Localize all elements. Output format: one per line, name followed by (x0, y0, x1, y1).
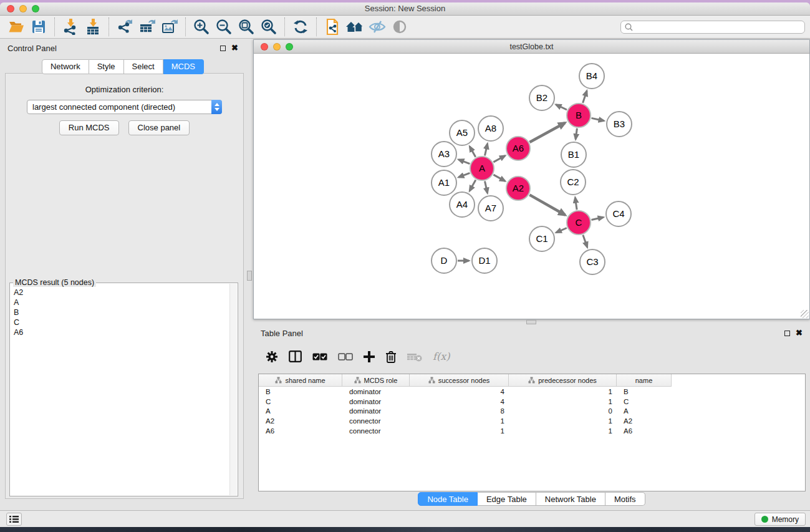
table-cell[interactable]: C (259, 398, 342, 405)
table-cell[interactable]: B (617, 388, 672, 395)
network-canvas[interactable]: B4B2BB3A8A5A6A3B1AC2A1A2A4A7C4CC1DD1C3 (254, 54, 809, 319)
table-row[interactable]: Adominator80A (259, 406, 805, 416)
mcds-result-item[interactable]: A6 (14, 327, 229, 337)
edge-A2-C[interactable] (529, 195, 565, 215)
clone-network-button[interactable] (321, 17, 344, 36)
mcds-result-item[interactable]: C (14, 317, 229, 327)
edge-A-A6[interactable] (493, 156, 505, 162)
export-table-button[interactable] (136, 17, 158, 36)
node-A2[interactable]: A2 (506, 177, 530, 200)
table-cell[interactable]: 1 (509, 427, 617, 435)
table-row[interactable]: Cdominator41C (259, 397, 805, 407)
node-A5[interactable]: A5 (450, 120, 475, 145)
node-A8[interactable]: A8 (478, 116, 503, 141)
show-hide-button[interactable] (366, 17, 388, 36)
edge-C-C4[interactable] (592, 217, 604, 220)
column-header-successor-nodes[interactable]: successor nodes (410, 374, 509, 386)
edge-A-A8[interactable] (485, 143, 488, 155)
import-table-button[interactable] (82, 17, 104, 36)
node-A3[interactable]: A3 (432, 142, 456, 167)
memory-button[interactable]: Memory (755, 513, 806, 526)
task-history-button[interactable] (6, 513, 22, 526)
criterion-dropdown[interactable]: largest connected component (directed) (27, 100, 222, 114)
edge-A-A7[interactable] (485, 181, 488, 193)
home-view-button[interactable] (344, 17, 366, 36)
preview-button[interactable] (388, 17, 411, 36)
tab-edge-table[interactable]: Edge Table (478, 492, 536, 506)
scrollbar-track[interactable] (229, 284, 237, 495)
node-A7[interactable]: A7 (478, 196, 503, 221)
float-panel-icon[interactable] (784, 331, 790, 336)
zoom-in-button[interactable] (190, 17, 213, 36)
table-cell[interactable]: 1 (509, 398, 617, 405)
zoom-selected-button[interactable] (258, 17, 280, 36)
close-panel-icon[interactable]: ✖ (796, 330, 803, 336)
node-B[interactable]: B (567, 104, 591, 127)
table-cell[interactable]: 1 (410, 427, 509, 435)
split-divider-horizontal[interactable] (253, 319, 810, 325)
column-header-shared-name[interactable]: shared name (259, 374, 342, 386)
tab-select[interactable]: Select (124, 59, 163, 74)
table-cell[interactable]: 1 (410, 417, 509, 425)
table-cell[interactable]: C (617, 398, 672, 405)
zoom-fit-button[interactable] (235, 17, 258, 36)
divider-handle[interactable] (247, 271, 252, 281)
node-D1[interactable]: D1 (472, 248, 497, 273)
run-mcds-button[interactable]: Run MCDS (59, 120, 119, 135)
table-cell[interactable]: dominator (342, 398, 410, 405)
zoom-network-button[interactable] (286, 43, 293, 51)
import-network-button[interactable] (59, 17, 82, 36)
table-cell[interactable]: A2 (259, 417, 342, 425)
table-cell[interactable]: A (617, 407, 672, 415)
table-cell[interactable]: A2 (617, 417, 672, 425)
edge-B-B3[interactable] (592, 118, 604, 120)
column-header-MCDS-role[interactable]: MCDS role (342, 374, 410, 386)
table-cell[interactable]: 4 (410, 388, 509, 395)
table-cell[interactable]: 8 (410, 407, 509, 415)
table-settings-button[interactable] (266, 351, 278, 363)
tab-motifs[interactable]: Motifs (605, 492, 645, 506)
node-C1[interactable]: C1 (529, 226, 554, 251)
search-input[interactable] (635, 22, 801, 31)
edge-C-C2[interactable] (575, 198, 577, 210)
table-row[interactable]: A2connector11A2 (259, 416, 805, 426)
zoom-window-button[interactable] (32, 5, 39, 12)
table-cell[interactable]: 4 (410, 398, 509, 405)
export-network-button[interactable] (113, 17, 136, 36)
divider-handle[interactable] (526, 320, 536, 324)
edge-C-C1[interactable] (556, 228, 567, 233)
tab-node-table[interactable]: Node Table (418, 492, 478, 506)
edge-B-B1[interactable] (576, 128, 577, 139)
node-A4[interactable]: A4 (450, 192, 475, 217)
tab-network[interactable]: Network (42, 59, 89, 74)
node-A6[interactable]: A6 (506, 137, 530, 160)
open-session-button[interactable] (5, 17, 27, 36)
mcds-result-item[interactable]: A (14, 297, 229, 307)
save-session-button[interactable] (27, 17, 50, 36)
mcds-result-item[interactable]: A2 (14, 288, 229, 297)
split-columns-button[interactable] (289, 351, 302, 362)
add-column-button[interactable] (364, 351, 375, 362)
float-panel-icon[interactable] (220, 46, 226, 51)
edge-A-A1[interactable] (458, 173, 470, 177)
minimize-network-button[interactable] (273, 43, 281, 51)
node-C3[interactable]: C3 (580, 249, 605, 274)
resize-grip[interactable] (801, 310, 809, 318)
table-cell[interactable]: 0 (509, 407, 617, 415)
node-A1[interactable]: A1 (432, 170, 456, 195)
close-panel-button[interactable]: Close panel (128, 120, 190, 135)
node-C2[interactable]: C2 (561, 170, 586, 195)
clear-checks-button[interactable] (338, 353, 353, 360)
table-cell[interactable]: 1 (509, 417, 617, 425)
table-cell[interactable]: dominator (342, 388, 410, 395)
column-header-predecessor-nodes[interactable]: predecessor nodes (509, 374, 617, 386)
node-B3[interactable]: B3 (607, 112, 632, 137)
column-header-name[interactable]: name (617, 374, 672, 386)
table-row[interactable]: A6connector11A6 (259, 426, 805, 436)
delete-column-button[interactable] (385, 351, 397, 363)
edge-A-A2[interactable] (493, 175, 505, 181)
table-cell[interactable]: A (259, 407, 342, 415)
node-D[interactable]: D (432, 248, 456, 273)
close-window-button[interactable] (7, 5, 14, 12)
mcds-result-item[interactable]: B (14, 307, 229, 317)
